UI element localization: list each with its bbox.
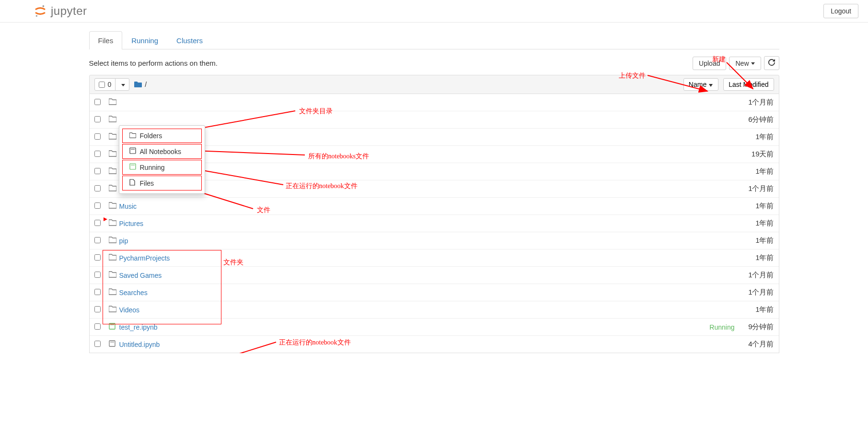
file-modified-date: 1年前 (741, 236, 774, 245)
folder-icon (109, 150, 119, 158)
dropdown-item-label: Running (140, 164, 165, 171)
caret-down-icon (121, 84, 125, 86)
file-name-link[interactable]: Pictures (119, 220, 144, 227)
file-modified-date: 1年前 (741, 167, 774, 176)
notebook-icon (129, 147, 136, 155)
file-checkbox[interactable] (94, 185, 109, 193)
file-checkbox[interactable] (94, 341, 109, 348)
select-all-checkbox[interactable]: 0 (95, 79, 116, 90)
list-header: 0 / Name Last Modified (89, 75, 779, 94)
dropdown-folders[interactable]: Folders (122, 129, 202, 143)
folder-icon (109, 306, 119, 314)
file-modified-date: 1个月前 (741, 184, 774, 193)
file-name-link[interactable]: Saved Games (119, 272, 162, 279)
file-modified-date: 1个月前 (741, 98, 774, 107)
file-checkbox[interactable] (94, 116, 109, 124)
file-checkbox[interactable] (94, 168, 109, 176)
dropdown-item-label: Folders (140, 132, 162, 140)
file-name-link[interactable]: Searches (119, 289, 148, 297)
folder-icon (109, 185, 119, 193)
file-name-link[interactable]: test_re.ipynb (119, 323, 158, 331)
logo-text: jupyter (51, 4, 87, 18)
svg-point-0 (42, 5, 44, 7)
folder-icon (109, 202, 119, 210)
file-row: pip1年前 (90, 232, 779, 250)
refresh-button[interactable] (764, 56, 779, 70)
file-row: Music1年前 (90, 198, 779, 215)
notebook-running-icon (109, 323, 119, 331)
folder-icon (134, 81, 142, 88)
folder-icon (109, 288, 119, 297)
file-modified-date: 1年前 (741, 132, 774, 142)
select-dropdown-button[interactable] (116, 79, 129, 90)
file-modified-date: 6分钟前 (741, 115, 774, 124)
new-button[interactable]: New (729, 57, 761, 70)
file-status: Running (709, 323, 734, 331)
file-row: Pictures1年前 (90, 215, 779, 232)
file-modified-date: 19天前 (741, 150, 774, 159)
notebook-running-icon (129, 163, 136, 171)
caret-down-icon (751, 62, 755, 65)
folder-icon (109, 133, 119, 141)
sort-modified-button[interactable]: Last Modified (723, 78, 774, 91)
file-name-link[interactable]: Untitled.ipynb (119, 341, 160, 348)
dropdown-files[interactable]: Files (122, 176, 202, 190)
file-modified-date: 4个月前 (741, 340, 774, 349)
file-name-link[interactable]: Videos (119, 306, 140, 314)
jupyter-logo[interactable]: jupyter (34, 4, 87, 18)
folder-icon (109, 98, 119, 107)
file-modified-date: 1个月前 (741, 271, 774, 280)
file-row: Saved Games1个月前 (90, 267, 779, 284)
tab-files[interactable]: Files (89, 31, 123, 49)
file-row: PycharmProjects1年前 (90, 250, 779, 267)
file-checkbox[interactable] (94, 323, 109, 331)
file-modified-date: 1年前 (741, 305, 774, 314)
svg-rect-6 (109, 323, 115, 329)
file-checkbox[interactable] (94, 272, 109, 279)
folder-icon (109, 254, 119, 262)
file-row: Untitled.ipynb4个月前 (90, 336, 779, 353)
arrow-down-icon (708, 82, 713, 87)
file-modified-date: 9分钟前 (741, 322, 774, 332)
file-checkbox[interactable] (94, 289, 109, 297)
svg-rect-8 (109, 341, 115, 346)
file-checkbox[interactable] (94, 151, 109, 158)
file-name-link[interactable]: PycharmProjects (119, 254, 170, 262)
logout-button[interactable]: Logout (823, 4, 858, 18)
file-checkbox[interactable] (94, 99, 109, 107)
file-modified-date: 1年前 (741, 219, 774, 228)
folder-icon (109, 167, 119, 176)
select-type-dropdown: Folders All Notebooks Running Files (119, 125, 205, 194)
file-checkbox[interactable] (94, 220, 109, 227)
file-name-link[interactable]: pip (119, 237, 128, 245)
folder-icon (109, 219, 119, 227)
file-checkbox[interactable] (94, 254, 109, 262)
tab-clusters[interactable]: Clusters (167, 31, 212, 49)
dropdown-running[interactable]: Running (122, 160, 202, 175)
sort-name-button[interactable]: Name (683, 78, 718, 91)
refresh-icon (768, 59, 775, 66)
file-name-link[interactable]: Music (119, 202, 137, 210)
file-checkbox[interactable] (94, 202, 109, 210)
folder-icon (109, 271, 119, 279)
folder-outline-icon (129, 132, 136, 140)
tab-running[interactable]: Running (122, 31, 167, 49)
file-modified-date: 1个月前 (741, 288, 774, 297)
file-row: Searches1个月前 (90, 284, 779, 301)
dropdown-all-notebooks[interactable]: All Notebooks (122, 144, 202, 159)
upload-button[interactable]: Upload (693, 57, 726, 70)
file-icon (129, 179, 136, 187)
file-modified-date: 1年前 (741, 202, 774, 211)
file-checkbox[interactable] (94, 133, 109, 141)
breadcrumb[interactable]: / (134, 81, 147, 88)
folder-icon (109, 116, 119, 124)
dropdown-item-label: All Notebooks (140, 148, 181, 155)
dropdown-item-label: Files (140, 179, 154, 187)
svg-rect-4 (130, 164, 136, 169)
file-row: 1个月前 (90, 94, 779, 111)
selected-count: 0 (108, 81, 112, 88)
file-checkbox[interactable] (94, 306, 109, 314)
file-checkbox[interactable] (94, 237, 109, 245)
notebook-idle-icon (109, 340, 119, 348)
jupyter-icon (34, 4, 47, 18)
